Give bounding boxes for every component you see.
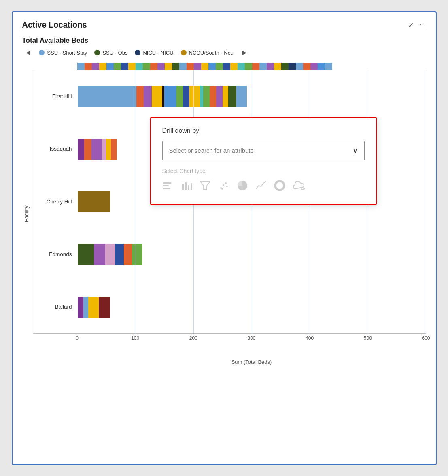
- svg-rect-2: [163, 188, 170, 189]
- more-options-icon[interactable]: ···: [420, 20, 426, 29]
- x-tick-600: 600: [422, 335, 430, 341]
- top-seg: [201, 63, 208, 70]
- top-seg: [165, 63, 172, 70]
- seg: [115, 244, 124, 265]
- bar-row-edmonds: Edmonds: [33, 228, 426, 281]
- seg: [106, 139, 111, 160]
- chart-inner: First Hill: [33, 63, 426, 365]
- x-tick-500: 500: [364, 335, 372, 341]
- drill-down-popup: Drill down by Select or search for an at…: [150, 117, 377, 205]
- top-seg: [281, 63, 289, 70]
- seg: [183, 86, 189, 107]
- svg-rect-5: [188, 185, 189, 190]
- seg: [78, 86, 136, 107]
- top-seg: [150, 63, 157, 70]
- svg-rect-4: [185, 182, 187, 190]
- top-seg: [289, 63, 296, 70]
- bar-track-first-hill: [78, 85, 426, 108]
- card-actions: ⤢ ···: [408, 20, 426, 29]
- legend-label-nccu: NCCU/South - Neu: [189, 50, 234, 56]
- top-seg: [157, 63, 165, 70]
- bar-label-first-hill: First Hill: [33, 93, 78, 99]
- top-seg: [274, 63, 281, 70]
- seg: [84, 139, 91, 160]
- top-seg: [216, 63, 223, 70]
- seg: [203, 86, 210, 107]
- top-seg: [121, 63, 128, 70]
- drill-down-title: Drill down by: [162, 127, 365, 134]
- x-axis: 0 100 200 300 400 500 600: [77, 335, 426, 348]
- bar-segments-first-hill: [78, 86, 247, 107]
- top-seg: [92, 63, 99, 70]
- top-seg: [187, 63, 194, 70]
- seg: [136, 86, 144, 107]
- card-title: Active Locations: [22, 20, 87, 30]
- top-seg: [172, 63, 179, 70]
- x-tick-300: 300: [247, 335, 255, 341]
- bar-label-ballard: Ballard: [33, 304, 78, 310]
- seg: [210, 86, 216, 107]
- y-axis-label: Facility: [22, 63, 30, 365]
- seg: [228, 86, 236, 107]
- expand-icon[interactable]: ⤢: [408, 20, 414, 29]
- seg: [78, 244, 94, 265]
- top-seg: [230, 63, 238, 70]
- seg: [99, 297, 110, 318]
- pie-icon[interactable]: [237, 180, 248, 194]
- chevron-down-icon: ∨: [352, 146, 358, 155]
- legend-nav-left[interactable]: ◄: [25, 49, 32, 57]
- bar-segments-cherry-hill: [78, 191, 110, 212]
- header-divider: [22, 32, 426, 32]
- legend-dot-nccu: [181, 50, 187, 55]
- chart-type-icons: [162, 180, 365, 194]
- svg-point-13: [275, 181, 284, 190]
- seg: [94, 244, 105, 265]
- seg: [78, 297, 83, 318]
- cloud-icon[interactable]: [293, 180, 306, 194]
- svg-rect-6: [191, 183, 192, 190]
- funnel-icon[interactable]: [200, 180, 211, 194]
- card-header: Active Locations ⤢ ···: [22, 20, 426, 30]
- bar-label-cherry-hill: Cherry Hill: [33, 199, 78, 205]
- legend-nav-right[interactable]: ►: [241, 49, 248, 57]
- top-seg: [310, 63, 318, 70]
- donut-icon[interactable]: [274, 180, 285, 194]
- seg: [223, 86, 228, 107]
- top-seg: [318, 63, 325, 70]
- column-chart-icon[interactable]: [181, 180, 192, 194]
- top-seg: [128, 63, 136, 70]
- top-seg: [303, 63, 310, 70]
- seg: [236, 86, 247, 107]
- top-seg: [208, 63, 216, 70]
- bar-segments-issaquah: [78, 139, 117, 160]
- legend-dot-nicu: [135, 50, 140, 55]
- top-colored-bar: [77, 63, 426, 70]
- legend-label-nicu: NICU - NICU: [143, 50, 173, 56]
- x-tick-400: 400: [306, 335, 314, 341]
- top-seg: [245, 63, 252, 70]
- seg: [78, 139, 84, 160]
- top-seg: [325, 63, 332, 70]
- scatter-icon[interactable]: [218, 180, 229, 194]
- chart-title: Total Available Beds: [22, 36, 426, 45]
- x-tick-200: 200: [189, 335, 197, 341]
- bar-chart-icon[interactable]: [162, 180, 174, 194]
- seg: [164, 86, 176, 107]
- legend-bar: ◄ SSU - Short Stay SSU - Obs NICU - NICU…: [22, 49, 426, 57]
- top-seg: [179, 63, 187, 70]
- top-seg: [114, 63, 121, 70]
- bar-track-ballard: [78, 296, 426, 318]
- seg: [152, 86, 162, 107]
- legend-label-ssu-obs: SSU - Obs: [102, 50, 127, 56]
- bar-track-edmonds: [78, 243, 426, 266]
- legend-item-ssu-obs: SSU - Obs: [94, 50, 127, 56]
- top-seg: [259, 63, 267, 70]
- top-seg: [223, 63, 230, 70]
- drill-down-dropdown[interactable]: Select or search for an attribute ∨: [162, 141, 365, 160]
- top-seg: [143, 63, 150, 70]
- bar-row-first-hill: First Hill: [33, 70, 426, 123]
- top-seg: [238, 63, 245, 70]
- line-icon[interactable]: [255, 180, 267, 194]
- bar-segments-ballard: [78, 297, 110, 318]
- svg-rect-1: [163, 185, 169, 186]
